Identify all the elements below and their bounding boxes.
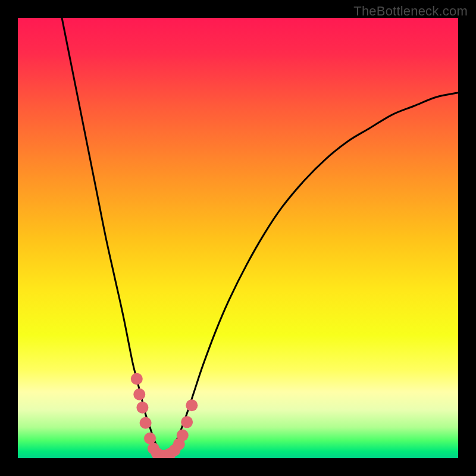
- bead-marker: [177, 430, 189, 441]
- bead-marker: [140, 417, 152, 429]
- chart-frame: TheBottleneck.com: [0, 0, 476, 476]
- bead-marker: [131, 373, 143, 385]
- bottleneck-curve: [62, 18, 458, 458]
- bead-marker: [144, 433, 156, 444]
- bead-marker: [133, 389, 145, 400]
- plot-area: [18, 18, 458, 458]
- bead-marker: [181, 416, 193, 428]
- bead-marker: [136, 402, 148, 414]
- bead-marker: [186, 399, 198, 411]
- curve-layer: [18, 18, 458, 458]
- marker-beads: [131, 373, 198, 458]
- watermark-text: TheBottleneck.com: [353, 4, 468, 19]
